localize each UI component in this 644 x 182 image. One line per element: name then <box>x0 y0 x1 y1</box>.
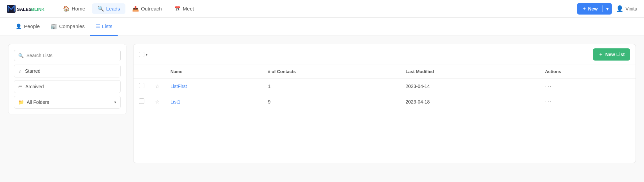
search-box: 🔍 <box>14 50 121 61</box>
people-icon: 👤 <box>16 23 22 29</box>
row1-list-link[interactable]: ListFirst <box>170 84 187 89</box>
starred-button[interactable]: ☆ Starred <box>14 65 121 77</box>
new-button[interactable]: ＋ New ▾ <box>577 3 612 15</box>
logo[interactable]: SALES BLINK <box>7 4 47 14</box>
row2-star-icon[interactable]: ☆ <box>155 99 160 105</box>
row1-star-cell: ☆ <box>150 78 165 94</box>
row2-star-cell: ☆ <box>150 94 165 110</box>
row1-contacts-value: 1 <box>268 84 271 89</box>
plus-icon: ＋ <box>582 6 587 12</box>
row1-checkbox-cell <box>134 78 150 94</box>
th-star <box>150 65 165 78</box>
row2-checkbox[interactable] <box>139 98 144 104</box>
starred-label: Starred <box>25 68 41 74</box>
row2-list-link[interactable]: List1 <box>170 99 181 105</box>
nav-outreach[interactable]: 📤 Outreach <box>127 3 167 14</box>
row2-actions-cell: ··· <box>540 94 636 110</box>
nav-meet-label: Meet <box>183 6 194 12</box>
all-folders-button[interactable]: 📁 All Folders ▾ <box>14 96 121 109</box>
row1-modified-cell: 2023-04-14 <box>400 78 540 94</box>
row1-actions-menu[interactable]: ··· <box>545 83 552 89</box>
th-checkbox <box>134 65 150 78</box>
row1-checkbox[interactable] <box>139 83 144 88</box>
folders-chevron-icon: ▾ <box>114 100 116 105</box>
search-icon: 🔍 <box>18 53 24 58</box>
svg-text:SALES: SALES <box>17 7 32 12</box>
top-nav-right: ＋ New ▾ 👤 Vinita <box>577 3 637 15</box>
row2-actions-menu[interactable]: ··· <box>545 98 552 105</box>
folders-label: All Folders <box>27 99 49 105</box>
subnav-people-label: People <box>24 23 40 29</box>
select-all-checkbox[interactable] <box>139 52 144 57</box>
row1-actions-cell: ··· <box>540 78 636 94</box>
new-button-dropdown-arrow[interactable]: ▾ <box>603 3 612 14</box>
row2-contacts-cell: 9 <box>263 94 400 110</box>
new-list-label: New List <box>605 52 625 57</box>
row1-star-icon[interactable]: ☆ <box>155 84 160 89</box>
subnav-lists-label: Lists <box>102 23 113 29</box>
new-list-button[interactable]: ＋ New List <box>593 48 630 61</box>
table-area: ▾ ＋ New List Name # of Contacts <box>133 44 636 163</box>
select-dropdown-icon[interactable]: ▾ <box>146 52 148 57</box>
row2-modified-cell: 2023-04-18 <box>400 94 540 110</box>
new-button-main: ＋ New <box>577 3 602 15</box>
main-content: 🔍 ☆ Starred 🗃 Archived 📁 All Folders ▾ ▾ <box>0 36 644 171</box>
lists-table: Name # of Contacts Last Modified Actions <box>134 65 636 109</box>
nav-home-label: Home <box>72 6 85 12</box>
user-icon: 👤 <box>616 5 623 13</box>
home-icon: 🏠 <box>63 5 70 12</box>
nav-outreach-label: Outreach <box>141 6 162 12</box>
leads-icon: 🔍 <box>97 5 104 12</box>
table-body: ☆ ListFirst 1 2023-04-14 ··· <box>134 78 636 110</box>
row1-name-cell: ListFirst <box>165 78 263 94</box>
new-list-plus-icon: ＋ <box>598 51 603 58</box>
nav-leads-label: Leads <box>106 6 120 12</box>
nav-home[interactable]: 🏠 Home <box>57 3 91 14</box>
th-name: Name <box>165 65 263 78</box>
row1-contacts-cell: 1 <box>263 78 400 94</box>
archived-label: Archived <box>25 84 44 89</box>
nav-leads[interactable]: 🔍 Leads <box>92 3 125 14</box>
row2-checkbox-cell <box>134 94 150 110</box>
folder-icon: 📁 <box>18 99 24 105</box>
archived-button[interactable]: 🗃 Archived <box>14 80 121 93</box>
th-actions: Actions <box>540 65 636 78</box>
subnav-people[interactable]: 👤 People <box>10 18 45 36</box>
svg-text:BLINK: BLINK <box>31 7 45 12</box>
row2-name-cell: List1 <box>165 94 263 110</box>
sub-navigation: 👤 People 🏢 Companies ☰ Lists <box>0 18 644 36</box>
sidebar: 🔍 ☆ Starred 🗃 Archived 📁 All Folders ▾ <box>8 44 126 114</box>
row1-modified-value: 2023-04-14 <box>406 84 430 89</box>
subnav-lists[interactable]: ☰ Lists <box>90 18 118 36</box>
user-menu[interactable]: 👤 Vinita <box>616 5 637 13</box>
search-lists-input[interactable] <box>26 53 116 58</box>
table-header: Name # of Contacts Last Modified Actions <box>134 65 636 78</box>
nav-meet[interactable]: 📅 Meet <box>169 3 199 14</box>
table-row: ☆ List1 9 2023-04-18 ··· <box>134 94 636 110</box>
select-all-wrap: ▾ <box>139 52 148 57</box>
row2-modified-value: 2023-04-18 <box>406 99 430 105</box>
folders-btn-left: 📁 All Folders <box>18 99 49 105</box>
table-row: ☆ ListFirst 1 2023-04-14 ··· <box>134 78 636 94</box>
user-name: Vinita <box>625 6 637 12</box>
subnav-companies-label: Companies <box>59 23 85 29</box>
th-modified: Last Modified <box>400 65 540 78</box>
new-button-label: New <box>588 6 598 12</box>
row2-contacts-value: 9 <box>268 99 271 105</box>
th-contacts: # of Contacts <box>263 65 400 78</box>
outreach-icon: 📤 <box>132 5 139 12</box>
table-toolbar: ▾ ＋ New List <box>134 44 636 65</box>
subnav-companies[interactable]: 🏢 Companies <box>45 18 90 36</box>
star-icon: ☆ <box>18 69 22 74</box>
companies-icon: 🏢 <box>51 23 57 29</box>
archive-icon: 🗃 <box>18 84 23 89</box>
lists-icon: ☰ <box>96 23 100 29</box>
meet-icon: 📅 <box>174 5 181 12</box>
top-navigation: SALES BLINK 🏠 Home 🔍 Leads 📤 Outreach 📅 … <box>0 0 644 18</box>
nav-links: 🏠 Home 🔍 Leads 📤 Outreach 📅 Meet <box>57 3 577 14</box>
